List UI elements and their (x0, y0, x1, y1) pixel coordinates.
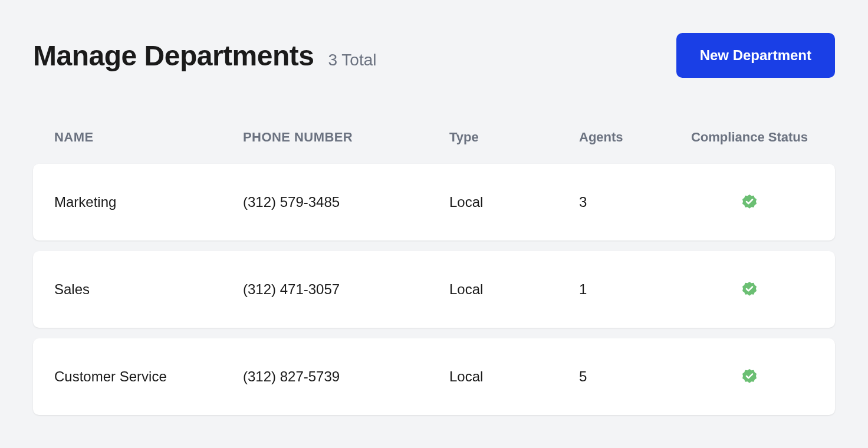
table-row[interactable]: Marketing (312) 579-3485 Local 3 (33, 164, 835, 241)
title-group: Manage Departments 3 Total (33, 39, 376, 72)
cell-compliance (685, 368, 814, 386)
cell-agents: 1 (579, 281, 685, 298)
cell-name: Customer Service (54, 368, 243, 385)
cell-type: Local (449, 368, 579, 385)
verified-badge-icon (741, 281, 758, 298)
cell-agents: 3 (579, 194, 685, 210)
page-header: Manage Departments 3 Total New Departmen… (33, 33, 835, 78)
cell-name: Sales (54, 281, 243, 298)
cell-compliance (685, 193, 814, 211)
total-count: 3 Total (328, 51, 376, 70)
page-title: Manage Departments (33, 39, 314, 72)
verified-badge-icon (741, 368, 758, 386)
cell-phone: (312) 579-3485 (243, 194, 449, 210)
cell-name: Marketing (54, 194, 243, 210)
cell-agents: 5 (579, 368, 685, 385)
cell-type: Local (449, 194, 579, 210)
table-header-row: NAME PHONE NUMBER Type Agents Compliance… (33, 130, 835, 164)
cell-phone: (312) 471-3057 (243, 281, 449, 298)
column-header-name[interactable]: NAME (54, 130, 243, 145)
departments-table: NAME PHONE NUMBER Type Agents Compliance… (33, 130, 835, 415)
cell-type: Local (449, 281, 579, 298)
verified-badge-icon (741, 193, 758, 211)
cell-compliance (685, 281, 814, 298)
column-header-type[interactable]: Type (449, 130, 579, 145)
table-row[interactable]: Customer Service (312) 827-5739 Local 5 (33, 338, 835, 415)
cell-phone: (312) 827-5739 (243, 368, 449, 385)
new-department-button[interactable]: New Department (676, 33, 835, 78)
column-header-phone[interactable]: PHONE NUMBER (243, 130, 449, 145)
column-header-compliance[interactable]: Compliance Status (685, 130, 814, 145)
column-header-agents[interactable]: Agents (579, 130, 685, 145)
table-row[interactable]: Sales (312) 471-3057 Local 1 (33, 251, 835, 328)
